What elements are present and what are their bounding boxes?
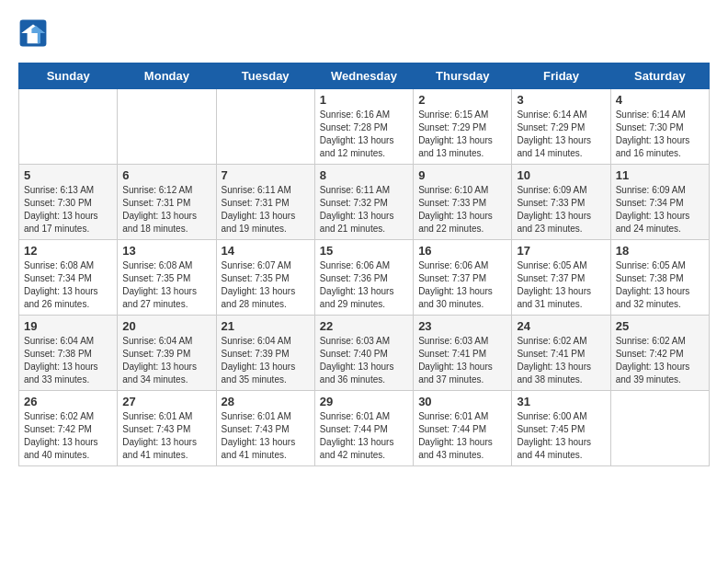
day-number: 19	[24, 319, 112, 333]
day-number: 8	[320, 168, 408, 182]
day-number: 5	[24, 168, 112, 182]
day-info: Sunrise: 6:02 AM Sunset: 7:42 PM Dayligh…	[616, 335, 704, 386]
day-cell: 14Sunrise: 6:07 AM Sunset: 7:35 PM Dayli…	[216, 240, 314, 316]
page-header	[18, 18, 710, 48]
day-number: 14	[222, 244, 310, 258]
day-cell: 31Sunrise: 6:00 AM Sunset: 7:45 PM Dayli…	[512, 391, 610, 466]
day-info: Sunrise: 6:13 AM Sunset: 7:30 PM Dayligh…	[24, 184, 112, 236]
weekday-header-monday: Monday	[118, 63, 216, 89]
week-row-1: 1Sunrise: 6:16 AM Sunset: 7:28 PM Daylig…	[19, 89, 710, 165]
day-cell	[216, 89, 314, 165]
day-cell: 19Sunrise: 6:04 AM Sunset: 7:38 PM Dayli…	[19, 316, 118, 391]
day-number: 31	[517, 395, 605, 408]
day-cell: 28Sunrise: 6:01 AM Sunset: 7:43 PM Dayli…	[216, 391, 314, 466]
day-number: 20	[122, 319, 210, 333]
day-info: Sunrise: 6:12 AM Sunset: 7:31 PM Dayligh…	[122, 184, 210, 236]
weekday-header-friday: Friday	[512, 63, 610, 89]
day-number: 30	[418, 395, 506, 408]
day-number: 23	[418, 319, 506, 333]
day-number: 18	[616, 244, 704, 258]
day-info: Sunrise: 6:05 AM Sunset: 7:37 PM Dayligh…	[517, 259, 605, 311]
day-info: Sunrise: 6:02 AM Sunset: 7:41 PM Dayligh…	[517, 335, 605, 386]
day-info: Sunrise: 6:00 AM Sunset: 7:45 PM Dayligh…	[517, 410, 605, 462]
day-number: 11	[616, 168, 704, 182]
day-cell: 8Sunrise: 6:11 AM Sunset: 7:32 PM Daylig…	[314, 165, 413, 240]
weekday-header-thursday: Thursday	[414, 63, 512, 89]
weekday-header-row: SundayMondayTuesdayWednesdayThursdayFrid…	[19, 63, 710, 89]
day-info: Sunrise: 6:01 AM Sunset: 7:44 PM Dayligh…	[418, 410, 506, 462]
day-cell: 11Sunrise: 6:09 AM Sunset: 7:34 PM Dayli…	[610, 165, 709, 240]
day-info: Sunrise: 6:15 AM Sunset: 7:29 PM Dayligh…	[418, 109, 506, 160]
day-cell	[19, 89, 118, 165]
day-info: Sunrise: 6:16 AM Sunset: 7:28 PM Dayligh…	[320, 109, 408, 160]
day-info: Sunrise: 6:08 AM Sunset: 7:34 PM Dayligh…	[24, 259, 112, 311]
day-number: 22	[320, 319, 408, 333]
day-cell: 21Sunrise: 6:04 AM Sunset: 7:39 PM Dayli…	[216, 316, 314, 391]
day-number: 6	[122, 168, 210, 182]
day-number: 9	[418, 168, 506, 182]
day-cell: 2Sunrise: 6:15 AM Sunset: 7:29 PM Daylig…	[414, 89, 512, 165]
day-number: 4	[616, 93, 704, 107]
day-number: 15	[320, 244, 408, 258]
day-cell: 6Sunrise: 6:12 AM Sunset: 7:31 PM Daylig…	[118, 165, 216, 240]
day-info: Sunrise: 6:06 AM Sunset: 7:36 PM Dayligh…	[320, 259, 408, 311]
day-number: 24	[517, 319, 605, 333]
day-number: 29	[320, 395, 408, 408]
day-number: 27	[122, 395, 210, 408]
day-number: 3	[517, 93, 605, 107]
weekday-header-saturday: Saturday	[610, 63, 709, 89]
day-info: Sunrise: 6:04 AM Sunset: 7:39 PM Dayligh…	[222, 335, 310, 386]
day-cell: 12Sunrise: 6:08 AM Sunset: 7:34 PM Dayli…	[19, 240, 118, 316]
day-cell: 13Sunrise: 6:08 AM Sunset: 7:35 PM Dayli…	[118, 240, 216, 316]
day-info: Sunrise: 6:01 AM Sunset: 7:43 PM Dayligh…	[122, 410, 210, 462]
day-info: Sunrise: 6:09 AM Sunset: 7:33 PM Dayligh…	[517, 184, 605, 236]
weekday-header-tuesday: Tuesday	[216, 63, 314, 89]
day-cell: 17Sunrise: 6:05 AM Sunset: 7:37 PM Dayli…	[512, 240, 610, 316]
day-cell: 10Sunrise: 6:09 AM Sunset: 7:33 PM Dayli…	[512, 165, 610, 240]
day-number: 13	[122, 244, 210, 258]
calendar-table: SundayMondayTuesdayWednesdayThursdayFrid…	[18, 63, 710, 466]
day-info: Sunrise: 6:05 AM Sunset: 7:38 PM Dayligh…	[616, 259, 704, 311]
day-info: Sunrise: 6:06 AM Sunset: 7:37 PM Dayligh…	[418, 259, 506, 311]
day-info: Sunrise: 6:09 AM Sunset: 7:34 PM Dayligh…	[616, 184, 704, 236]
day-cell	[610, 391, 709, 466]
day-number: 28	[222, 395, 310, 408]
day-info: Sunrise: 6:14 AM Sunset: 7:30 PM Dayligh…	[616, 109, 704, 160]
day-cell	[118, 89, 216, 165]
day-number: 26	[24, 395, 112, 408]
day-cell: 18Sunrise: 6:05 AM Sunset: 7:38 PM Dayli…	[610, 240, 709, 316]
day-cell: 7Sunrise: 6:11 AM Sunset: 7:31 PM Daylig…	[216, 165, 314, 240]
day-number: 21	[222, 319, 310, 333]
week-row-5: 26Sunrise: 6:02 AM Sunset: 7:42 PM Dayli…	[19, 391, 710, 466]
day-info: Sunrise: 6:01 AM Sunset: 7:43 PM Dayligh…	[222, 410, 310, 462]
day-cell: 1Sunrise: 6:16 AM Sunset: 7:28 PM Daylig…	[314, 89, 413, 165]
day-number: 25	[616, 319, 704, 333]
day-cell: 22Sunrise: 6:03 AM Sunset: 7:40 PM Dayli…	[314, 316, 413, 391]
logo	[18, 18, 51, 48]
day-number: 16	[418, 244, 506, 258]
day-cell: 20Sunrise: 6:04 AM Sunset: 7:39 PM Dayli…	[118, 316, 216, 391]
day-info: Sunrise: 6:14 AM Sunset: 7:29 PM Dayligh…	[517, 109, 605, 160]
logo-icon	[18, 18, 48, 48]
day-cell: 23Sunrise: 6:03 AM Sunset: 7:41 PM Dayli…	[414, 316, 512, 391]
day-info: Sunrise: 6:04 AM Sunset: 7:38 PM Dayligh…	[24, 335, 112, 386]
day-info: Sunrise: 6:10 AM Sunset: 7:33 PM Dayligh…	[418, 184, 506, 236]
day-info: Sunrise: 6:04 AM Sunset: 7:39 PM Dayligh…	[122, 335, 210, 386]
day-number: 2	[418, 93, 506, 107]
day-info: Sunrise: 6:03 AM Sunset: 7:40 PM Dayligh…	[320, 335, 408, 386]
weekday-header-wednesday: Wednesday	[314, 63, 413, 89]
day-number: 17	[517, 244, 605, 258]
day-info: Sunrise: 6:08 AM Sunset: 7:35 PM Dayligh…	[122, 259, 210, 311]
day-cell: 16Sunrise: 6:06 AM Sunset: 7:37 PM Dayli…	[414, 240, 512, 316]
weekday-header-sunday: Sunday	[19, 63, 118, 89]
day-cell: 25Sunrise: 6:02 AM Sunset: 7:42 PM Dayli…	[610, 316, 709, 391]
week-row-4: 19Sunrise: 6:04 AM Sunset: 7:38 PM Dayli…	[19, 316, 710, 391]
day-info: Sunrise: 6:01 AM Sunset: 7:44 PM Dayligh…	[320, 410, 408, 462]
day-cell: 30Sunrise: 6:01 AM Sunset: 7:44 PM Dayli…	[414, 391, 512, 466]
day-info: Sunrise: 6:02 AM Sunset: 7:42 PM Dayligh…	[24, 410, 112, 462]
day-number: 1	[320, 93, 408, 107]
day-cell: 29Sunrise: 6:01 AM Sunset: 7:44 PM Dayli…	[314, 391, 413, 466]
week-row-3: 12Sunrise: 6:08 AM Sunset: 7:34 PM Dayli…	[19, 240, 710, 316]
day-info: Sunrise: 6:11 AM Sunset: 7:31 PM Dayligh…	[222, 184, 310, 236]
day-number: 7	[222, 168, 310, 182]
